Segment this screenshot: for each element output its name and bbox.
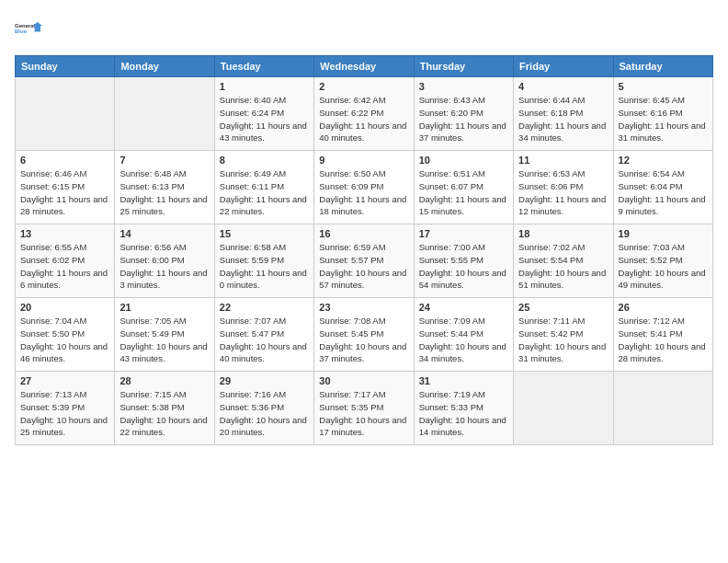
sunrise-label: Sunrise: 6:42 AM bbox=[319, 95, 385, 105]
day-info: Sunrise: 6:44 AMSunset: 6:18 PMDaylight:… bbox=[518, 94, 608, 144]
calendar-cell: 15Sunrise: 6:58 AMSunset: 5:59 PMDayligh… bbox=[214, 224, 313, 298]
sunset-label: Sunset: 5:33 PM bbox=[419, 402, 483, 412]
day-number: 20 bbox=[20, 302, 109, 313]
sunset-label: Sunset: 6:06 PM bbox=[518, 181, 583, 191]
day-info: Sunrise: 7:02 AMSunset: 5:54 PMDaylight:… bbox=[518, 241, 608, 292]
calendar-week-3: 13Sunrise: 6:55 AMSunset: 6:02 PMDayligh… bbox=[16, 224, 713, 298]
calendar-week-5: 27Sunrise: 7:13 AMSunset: 5:39 PMDayligh… bbox=[16, 372, 713, 445]
calendar-cell: 20Sunrise: 7:04 AMSunset: 5:50 PMDayligh… bbox=[16, 298, 115, 372]
day-number: 28 bbox=[119, 375, 209, 386]
logo: GeneralBlue bbox=[15, 15, 44, 44]
day-info: Sunrise: 6:43 AMSunset: 6:20 PMDaylight:… bbox=[419, 94, 508, 144]
calendar-week-4: 20Sunrise: 7:04 AMSunset: 5:50 PMDayligh… bbox=[16, 298, 713, 372]
calendar-cell bbox=[613, 372, 712, 445]
sunrise-label: Sunrise: 6:44 AM bbox=[518, 95, 585, 105]
sunset-label: Sunset: 5:36 PM bbox=[220, 402, 284, 412]
calendar-cell: 4Sunrise: 6:44 AMSunset: 6:18 PMDaylight… bbox=[514, 77, 613, 151]
sunrise-label: Sunrise: 7:11 AM bbox=[518, 316, 585, 326]
sunset-label: Sunset: 5:55 PM bbox=[419, 255, 483, 265]
sunrise-label: Sunrise: 7:17 AM bbox=[319, 389, 385, 399]
sunset-label: Sunset: 5:45 PM bbox=[319, 328, 383, 339]
day-info: Sunrise: 7:09 AMSunset: 5:44 PMDaylight:… bbox=[419, 315, 508, 365]
day-number: 9 bbox=[319, 155, 408, 166]
daylight-label: Daylight: 11 hours and 34 minutes. bbox=[518, 121, 606, 144]
day-number: 8 bbox=[220, 155, 309, 166]
day-number: 6 bbox=[20, 155, 109, 166]
day-info: Sunrise: 6:48 AMSunset: 6:13 PMDaylight:… bbox=[119, 167, 209, 218]
day-info: Sunrise: 7:05 AMSunset: 5:49 PMDaylight:… bbox=[119, 315, 209, 365]
weekday-header-monday: Monday bbox=[115, 56, 214, 77]
daylight-label: Daylight: 11 hours and 18 minutes. bbox=[319, 194, 406, 217]
calendar-cell: 3Sunrise: 6:43 AMSunset: 6:20 PMDaylight… bbox=[414, 77, 513, 151]
calendar-cell: 11Sunrise: 6:53 AMSunset: 6:06 PMDayligh… bbox=[514, 151, 613, 224]
sunrise-label: Sunrise: 6:54 AM bbox=[619, 168, 685, 178]
day-info: Sunrise: 7:08 AMSunset: 5:45 PMDaylight:… bbox=[319, 315, 408, 365]
daylight-label: Daylight: 10 hours and 51 minutes. bbox=[518, 268, 606, 291]
day-info: Sunrise: 7:15 AMSunset: 5:38 PMDaylight:… bbox=[119, 388, 209, 439]
day-info: Sunrise: 6:49 AMSunset: 6:11 PMDaylight:… bbox=[220, 167, 309, 218]
day-info: Sunrise: 7:03 AMSunset: 5:52 PMDaylight:… bbox=[619, 241, 708, 292]
sunset-label: Sunset: 6:24 PM bbox=[220, 108, 284, 118]
day-info: Sunrise: 6:59 AMSunset: 5:57 PMDaylight:… bbox=[319, 241, 408, 292]
sunset-label: Sunset: 5:54 PM bbox=[518, 255, 583, 265]
day-info: Sunrise: 6:58 AMSunset: 5:59 PMDaylight:… bbox=[220, 241, 309, 292]
daylight-label: Daylight: 11 hours and 15 minutes. bbox=[419, 194, 506, 217]
svg-text:General: General bbox=[15, 23, 36, 29]
daylight-label: Daylight: 11 hours and 37 minutes. bbox=[419, 121, 506, 144]
calendar-cell: 29Sunrise: 7:16 AMSunset: 5:36 PMDayligh… bbox=[214, 372, 313, 445]
day-number: 16 bbox=[319, 228, 408, 239]
calendar-cell: 16Sunrise: 6:59 AMSunset: 5:57 PMDayligh… bbox=[314, 224, 414, 298]
calendar-cell: 10Sunrise: 6:51 AMSunset: 6:07 PMDayligh… bbox=[414, 151, 513, 224]
day-number: 22 bbox=[220, 302, 309, 313]
sunset-label: Sunset: 6:00 PM bbox=[119, 255, 184, 265]
day-info: Sunrise: 6:55 AMSunset: 6:02 PMDaylight:… bbox=[20, 241, 109, 292]
daylight-label: Daylight: 11 hours and 0 minutes. bbox=[220, 268, 307, 291]
sunrise-label: Sunrise: 7:04 AM bbox=[20, 316, 86, 326]
day-info: Sunrise: 6:56 AMSunset: 6:00 PMDaylight:… bbox=[119, 241, 209, 292]
daylight-label: Daylight: 11 hours and 43 minutes. bbox=[220, 121, 307, 144]
calendar-cell: 9Sunrise: 6:50 AMSunset: 6:09 PMDaylight… bbox=[314, 151, 414, 224]
sunrise-label: Sunrise: 7:08 AM bbox=[319, 316, 385, 326]
weekday-header-friday: Friday bbox=[514, 56, 613, 77]
day-number: 10 bbox=[419, 155, 508, 166]
daylight-label: Daylight: 11 hours and 25 minutes. bbox=[119, 194, 207, 217]
day-info: Sunrise: 7:16 AMSunset: 5:36 PMDaylight:… bbox=[220, 388, 309, 439]
calendar-cell: 22Sunrise: 7:07 AMSunset: 5:47 PMDayligh… bbox=[214, 298, 313, 372]
calendar-cell: 6Sunrise: 6:46 AMSunset: 6:15 PMDaylight… bbox=[16, 151, 115, 224]
day-number: 21 bbox=[119, 302, 209, 313]
weekday-header-tuesday: Tuesday bbox=[214, 56, 313, 77]
daylight-label: Daylight: 10 hours and 57 minutes. bbox=[319, 268, 406, 291]
day-number: 5 bbox=[619, 81, 708, 92]
daylight-label: Daylight: 10 hours and 40 minutes. bbox=[220, 341, 307, 364]
day-number: 7 bbox=[119, 155, 209, 166]
weekday-header-row: SundayMondayTuesdayWednesdayThursdayFrid… bbox=[16, 56, 713, 77]
day-info: Sunrise: 7:12 AMSunset: 5:41 PMDaylight:… bbox=[619, 315, 708, 365]
day-number: 18 bbox=[518, 228, 608, 239]
calendar-header: SundayMondayTuesdayWednesdayThursdayFrid… bbox=[16, 56, 713, 77]
sunset-label: Sunset: 6:22 PM bbox=[319, 108, 383, 118]
day-number: 14 bbox=[119, 228, 209, 239]
daylight-label: Daylight: 10 hours and 31 minutes. bbox=[518, 341, 606, 364]
sunrise-label: Sunrise: 7:16 AM bbox=[220, 389, 286, 399]
calendar-cell: 19Sunrise: 7:03 AMSunset: 5:52 PMDayligh… bbox=[613, 224, 712, 298]
daylight-label: Daylight: 11 hours and 12 minutes. bbox=[518, 194, 606, 217]
weekday-header-saturday: Saturday bbox=[613, 56, 712, 77]
day-number: 3 bbox=[419, 81, 508, 92]
sunset-label: Sunset: 5:52 PM bbox=[619, 255, 683, 265]
weekday-header-wednesday: Wednesday bbox=[314, 56, 414, 77]
sunrise-label: Sunrise: 7:00 AM bbox=[419, 242, 485, 252]
calendar-cell: 18Sunrise: 7:02 AMSunset: 5:54 PMDayligh… bbox=[514, 224, 613, 298]
calendar-cell: 21Sunrise: 7:05 AMSunset: 5:49 PMDayligh… bbox=[115, 298, 214, 372]
sunset-label: Sunset: 6:11 PM bbox=[220, 181, 284, 191]
sunrise-label: Sunrise: 6:51 AM bbox=[419, 168, 485, 178]
day-info: Sunrise: 7:00 AMSunset: 5:55 PMDaylight:… bbox=[419, 241, 508, 292]
day-number: 2 bbox=[319, 81, 408, 92]
day-number: 12 bbox=[619, 155, 708, 166]
daylight-label: Daylight: 11 hours and 9 minutes. bbox=[619, 194, 706, 217]
daylight-label: Daylight: 10 hours and 14 minutes. bbox=[419, 415, 506, 438]
calendar-cell: 24Sunrise: 7:09 AMSunset: 5:44 PMDayligh… bbox=[414, 298, 513, 372]
day-number: 23 bbox=[319, 302, 408, 313]
daylight-label: Daylight: 11 hours and 22 minutes. bbox=[220, 194, 307, 217]
daylight-label: Daylight: 10 hours and 28 minutes. bbox=[619, 341, 706, 364]
sunrise-label: Sunrise: 7:15 AM bbox=[119, 389, 186, 399]
